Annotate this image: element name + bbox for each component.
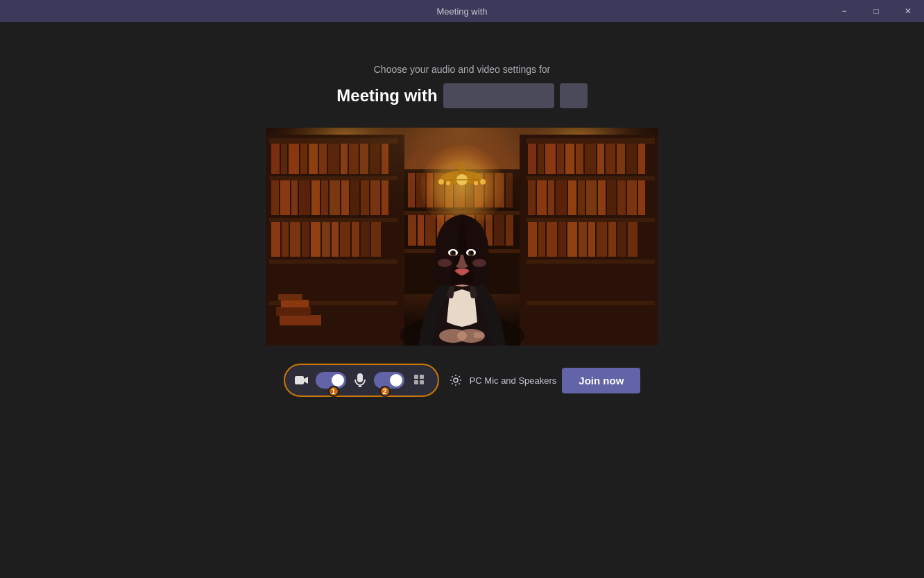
svg-rect-116	[588, 222, 595, 257]
svg-rect-115	[579, 222, 587, 257]
svg-rect-104	[586, 180, 597, 215]
maximize-button[interactable]: □	[860, 0, 892, 22]
svg-rect-110	[528, 222, 537, 257]
svg-point-147	[454, 378, 458, 382]
svg-rect-113	[558, 222, 566, 257]
camera-icon-button[interactable]	[292, 371, 311, 390]
svg-rect-99	[537, 180, 547, 215]
svg-rect-98	[528, 180, 536, 215]
svg-rect-140	[357, 373, 363, 382]
svg-rect-85	[527, 301, 655, 305]
video-preview	[266, 128, 658, 346]
controls-right-group: PC Mic and Speakers Join now	[446, 368, 641, 393]
titlebar-controls: − □ ✕	[828, 0, 924, 22]
mic-toggle[interactable]	[374, 372, 404, 389]
svg-rect-108	[627, 180, 637, 215]
svg-rect-112	[547, 222, 557, 257]
svg-rect-124	[278, 294, 302, 300]
svg-rect-111	[538, 222, 545, 257]
svg-rect-103	[578, 180, 585, 215]
effects-icon	[413, 374, 426, 386]
close-button[interactable]: ✕	[892, 0, 924, 22]
svg-rect-122	[276, 307, 311, 316]
svg-rect-143	[414, 375, 418, 379]
svg-point-138	[457, 329, 485, 343]
titlebar: Meeting with − □ ✕	[0, 0, 924, 22]
effects-badge: 2	[379, 386, 391, 397]
svg-rect-101	[556, 180, 567, 215]
microphone-icon-button[interactable]	[350, 371, 370, 390]
gear-icon	[450, 374, 462, 386]
meeting-title-label: Meeting with	[336, 86, 437, 105]
svg-point-135	[472, 259, 486, 267]
svg-rect-106	[607, 180, 616, 215]
svg-rect-139	[295, 376, 304, 384]
audio-settings-icon-button[interactable]	[446, 371, 465, 390]
svg-rect-146	[420, 380, 424, 384]
svg-rect-82	[527, 176, 655, 180]
svg-rect-100	[548, 180, 554, 215]
titlebar-title: Meeting with	[437, 6, 488, 17]
audio-device-label: PC Mic and Speakers	[470, 375, 557, 386]
subtitle-text: Choose your audio and video settings for	[374, 64, 551, 75]
svg-rect-92	[585, 144, 596, 174]
meeting-title-redacted-name	[443, 83, 554, 108]
camera-icon	[295, 375, 309, 386]
effects-button[interactable]	[409, 369, 431, 391]
video-background	[266, 128, 658, 346]
svg-rect-121	[280, 315, 321, 325]
svg-rect-145	[414, 380, 418, 384]
svg-rect-118	[608, 222, 616, 257]
svg-rect-91	[576, 144, 583, 174]
svg-rect-96	[626, 144, 637, 174]
svg-rect-87	[538, 144, 544, 174]
svg-point-134	[438, 259, 452, 267]
minimize-button[interactable]: −	[828, 0, 860, 22]
svg-point-132	[452, 251, 455, 254]
svg-rect-88	[545, 144, 556, 174]
svg-rect-117	[597, 222, 607, 257]
svg-rect-120	[628, 222, 638, 257]
svg-rect-105	[598, 180, 606, 215]
svg-rect-81	[527, 138, 655, 144]
main-content: Choose your audio and video settings for…	[0, 22, 924, 578]
svg-rect-102	[568, 180, 576, 215]
svg-rect-123	[281, 300, 309, 307]
audio-settings: PC Mic and Speakers	[446, 371, 557, 390]
svg-rect-95	[617, 144, 625, 174]
svg-rect-84	[527, 260, 655, 264]
svg-rect-119	[617, 222, 626, 257]
meeting-title-row: Meeting with	[336, 83, 587, 108]
meeting-title-redacted-extra	[560, 83, 588, 108]
svg-rect-97	[638, 144, 645, 174]
camera-badge: 1	[328, 386, 339, 397]
svg-point-133	[470, 251, 473, 254]
svg-rect-144	[420, 375, 424, 379]
svg-rect-114	[567, 222, 577, 257]
svg-rect-93	[597, 144, 604, 174]
svg-rect-90	[565, 144, 574, 174]
join-now-button[interactable]: Join now	[562, 368, 640, 393]
svg-rect-107	[617, 180, 626, 215]
controls-left-group: 1 2	[284, 364, 439, 397]
svg-rect-83	[527, 218, 655, 222]
svg-rect-109	[638, 180, 645, 215]
svg-rect-89	[557, 144, 564, 174]
controls-bar: 1 2 PC Mic and Speakers Join now	[284, 359, 641, 401]
svg-rect-94	[606, 144, 615, 174]
microphone-icon	[354, 373, 366, 387]
svg-rect-86	[528, 144, 536, 174]
